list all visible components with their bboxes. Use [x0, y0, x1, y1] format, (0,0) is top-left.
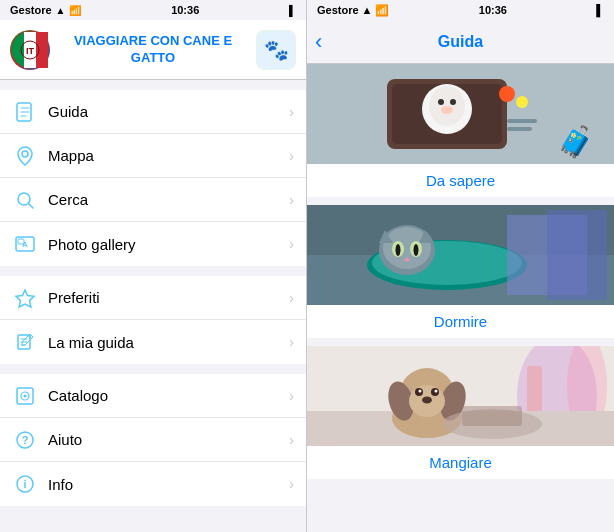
left-status-bar: Gestore ▲ 📶 10:36 ▌ — [0, 0, 306, 20]
cerca-chevron: › — [289, 192, 294, 208]
info-label: Info — [48, 476, 289, 493]
cerca-icon — [12, 187, 38, 213]
la-mia-guida-icon — [12, 329, 38, 355]
la-mia-guida-chevron: › — [289, 334, 294, 350]
catalogo-label: Catalogo — [48, 387, 289, 404]
svg-rect-2 — [36, 32, 48, 68]
svg-point-61 — [419, 390, 422, 393]
menu-section-secondary: Catalogo › ? Aiuto › i Info › — [0, 374, 306, 506]
left-battery-group: ▌ — [289, 5, 296, 16]
right-time-label: 10:36 — [479, 4, 507, 16]
section-card-mangiare[interactable]: Mangiare — [307, 346, 614, 479]
svg-text:i: i — [23, 478, 26, 490]
socialpet-icon: 🐾 — [257, 31, 295, 69]
menu-item-info[interactable]: i Info › — [0, 462, 306, 506]
photo-gallery-chevron: › — [289, 236, 294, 252]
section-card-dormire[interactable]: Dormire — [307, 205, 614, 338]
menu-item-mappa[interactable]: Mappa › — [0, 134, 306, 178]
menu-item-la-mia-guida[interactable]: La mia guida › — [0, 320, 306, 364]
battery-icon: ▌ — [289, 5, 296, 16]
mappa-icon — [12, 143, 38, 169]
mappa-chevron: › — [289, 148, 294, 164]
aiuto-icon: ? — [12, 427, 38, 453]
svg-text:?: ? — [22, 434, 29, 446]
menu-item-guida[interactable]: Guida › — [0, 90, 306, 134]
svg-point-28 — [450, 99, 456, 105]
la-mia-guida-label: La mia guida — [48, 334, 289, 351]
cerca-label: Cerca — [48, 191, 289, 208]
svg-point-45 — [414, 244, 419, 256]
svg-point-17 — [24, 394, 27, 397]
preferiti-icon — [12, 285, 38, 311]
menu-item-photo-gallery[interactable]: A Photo gallery › — [0, 222, 306, 266]
right-nav-bar: ‹ Guida — [307, 20, 614, 64]
italy-flag-circle: IT — [12, 32, 48, 68]
catalogo-chevron: › — [289, 388, 294, 404]
svg-rect-65 — [462, 406, 522, 426]
right-carrier-group: Gestore ▲ 📶 — [317, 4, 389, 17]
left-carrier-label: Gestore — [10, 4, 52, 16]
menu-item-catalogo[interactable]: Catalogo › — [0, 374, 306, 418]
svg-marker-13 — [16, 290, 34, 307]
back-button[interactable]: ‹ — [315, 29, 322, 55]
dormire-illustration — [307, 205, 614, 305]
dormire-image — [307, 205, 614, 305]
italy-logo: IT — [10, 30, 50, 70]
svg-point-44 — [396, 244, 401, 256]
mangiare-image — [307, 346, 614, 446]
preferiti-label: Preferiti — [48, 289, 289, 306]
guida-chevron: › — [289, 104, 294, 120]
photo-gallery-label: Photo gallery — [48, 236, 289, 253]
left-status-carrier-group: Gestore ▲ 📶 — [10, 4, 81, 16]
wifi-icon: 📶 — [69, 5, 81, 16]
aiuto-label: Aiuto — [48, 431, 289, 448]
menu-section-main: Guida › Mappa › Cerca › — [0, 90, 306, 266]
menu-item-preferiti[interactable]: Preferiti › — [0, 276, 306, 320]
guida-icon — [12, 99, 38, 125]
right-content: Da sapere — [307, 64, 614, 532]
right-carrier-label: Gestore — [317, 4, 359, 16]
mappa-label: Mappa — [48, 147, 289, 164]
svg-point-8 — [22, 151, 28, 157]
da-sapere-label: Da sapere — [307, 164, 614, 197]
mangiare-illustration — [307, 346, 614, 446]
right-signal-icon: ▲ — [362, 4, 373, 16]
info-icon: i — [12, 471, 38, 497]
svg-point-62 — [435, 390, 438, 393]
svg-text:🐾: 🐾 — [264, 38, 289, 62]
aiuto-chevron: › — [289, 432, 294, 448]
svg-point-29 — [441, 106, 453, 114]
socialpet-logo: 🐾 — [256, 30, 296, 70]
right-battery-group: ▌ — [596, 4, 604, 16]
right-panel: Gestore ▲ 📶 10:36 ▌ ‹ Guida — [307, 0, 614, 532]
svg-rect-32 — [507, 119, 537, 123]
catalogo-icon — [12, 383, 38, 409]
section-card-da-sapere[interactable]: Da sapere — [307, 64, 614, 197]
signal-icon: ▲ — [56, 5, 66, 16]
photo-gallery-icon: A — [12, 231, 38, 257]
menu-section-personal: Preferiti › La mia guida › — [0, 276, 306, 364]
guida-label: Guida — [48, 103, 289, 120]
preferiti-chevron: › — [289, 290, 294, 306]
left-time-label: 10:36 — [171, 4, 199, 16]
right-wifi-icon: 📶 — [375, 4, 389, 17]
back-chevron-icon: ‹ — [315, 29, 322, 55]
svg-point-63 — [422, 397, 432, 404]
right-nav-title: Guida — [438, 33, 483, 51]
right-status-bar: Gestore ▲ 📶 10:36 ▌ — [307, 0, 614, 20]
menu-item-aiuto[interactable]: ? Aiuto › — [0, 418, 306, 462]
left-header-title: VIAGGIARE CON CANE E GATTO — [58, 33, 248, 67]
right-battery-icon: ▌ — [596, 4, 604, 16]
da-sapere-image — [307, 64, 614, 164]
menu-item-cerca[interactable]: Cerca › — [0, 178, 306, 222]
svg-text:IT: IT — [26, 46, 35, 56]
svg-point-31 — [516, 96, 528, 108]
mangiare-label: Mangiare — [307, 446, 614, 479]
svg-point-30 — [499, 86, 515, 102]
info-chevron: › — [289, 476, 294, 492]
left-header: IT VIAGGIARE CON CANE E GATTO 🐾 — [0, 20, 306, 80]
svg-rect-33 — [507, 127, 532, 131]
dormire-label: Dormire — [307, 305, 614, 338]
left-panel: Gestore ▲ 📶 10:36 ▌ IT VIAGGIARE CON CAN… — [0, 0, 307, 532]
svg-text:A: A — [22, 240, 28, 249]
